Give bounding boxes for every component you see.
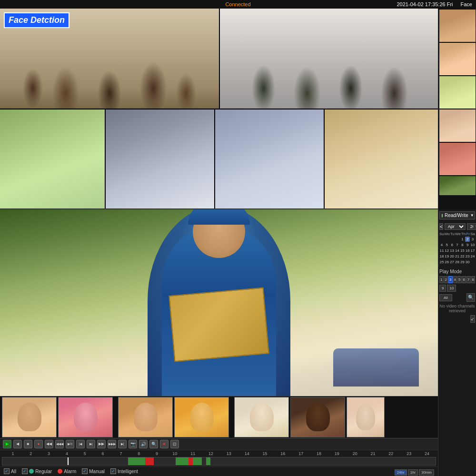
- camera-cell-1[interactable]: Face Detction: [0, 9, 219, 109]
- cal-day-9[interactable]: 9: [465, 242, 470, 248]
- zoom-30min[interactable]: 30min: [419, 469, 434, 476]
- timeline-area[interactable]: 1 2 3 4 5 6 7 8 9 10 11 12 13 14 15 16 1: [0, 450, 438, 466]
- sidebar-face-1[interactable]: [439, 10, 476, 42]
- cal-day-4[interactable]: 4: [439, 242, 444, 248]
- pm-search-btn[interactable]: 🔍: [466, 293, 475, 302]
- sidebar-face-4[interactable]: [439, 109, 476, 142]
- cal-day-8[interactable]: 8: [460, 242, 465, 248]
- cal-day-21[interactable]: 21: [455, 254, 460, 259]
- face-thumb-7[interactable]: [347, 397, 385, 437]
- cal-day-20[interactable]: 20: [450, 254, 455, 259]
- cal-day-10[interactable]: 10: [470, 242, 475, 248]
- pm-btn-4[interactable]: 4: [453, 276, 457, 283]
- cal-day-26[interactable]: 26: [445, 259, 449, 265]
- alarm-dot: [58, 469, 62, 474]
- stop-button[interactable]: ■: [24, 440, 32, 448]
- pm-btn-1[interactable]: 1: [439, 276, 444, 283]
- cal-day-14[interactable]: 14: [455, 248, 460, 253]
- pm-btn-2[interactable]: 2: [444, 276, 448, 283]
- face-thumb-5[interactable]: [234, 397, 289, 437]
- cal-day-27[interactable]: 27: [450, 259, 455, 265]
- next-frame-button[interactable]: ▶|: [118, 440, 127, 448]
- cal-day-30[interactable]: 30: [465, 259, 470, 265]
- all-checkbox[interactable]: [4, 468, 10, 474]
- cal-day-15[interactable]: 15: [460, 248, 465, 253]
- fast-rewind-button[interactable]: ◀◀◀: [55, 440, 64, 448]
- camera-cell-4[interactable]: [106, 109, 214, 208]
- cal-day-25[interactable]: 25: [439, 259, 444, 265]
- camera-cell-5[interactable]: [215, 109, 324, 208]
- fast-fwd2-button[interactable]: ▶▶▶: [108, 440, 116, 448]
- sidebar-nav-btn[interactable]: ↙: [470, 315, 475, 323]
- slow-button[interactable]: ▶½: [66, 440, 74, 448]
- cal-month-select[interactable]: AprJanFebMar MayJunJulAug SepOctNovDec: [445, 223, 466, 230]
- prev-button[interactable]: ◀: [13, 440, 22, 448]
- cal-day-7[interactable]: 7: [455, 242, 460, 248]
- cal-day-19[interactable]: 19: [445, 254, 449, 259]
- pm-btn-5[interactable]: 5: [457, 276, 462, 283]
- cal-day-17[interactable]: 17: [470, 248, 475, 253]
- intelligent-checkbox[interactable]: [110, 468, 116, 474]
- cal-day-18[interactable]: 18: [439, 254, 444, 259]
- cal-day-12[interactable]: 12: [445, 248, 449, 253]
- pm-all-btn[interactable]: All: [439, 294, 452, 301]
- main-video-display[interactable]: [0, 209, 438, 396]
- camera-cell-2[interactable]: [220, 9, 438, 109]
- legend-alarm[interactable]: Alarm: [58, 469, 76, 474]
- legend-all[interactable]: All: [4, 468, 16, 474]
- fast-fwd-button[interactable]: ▶▶: [97, 440, 106, 448]
- regular-dot: [29, 469, 34, 474]
- zoom-24hr[interactable]: 24hr: [395, 469, 407, 476]
- frame-back-button[interactable]: |◀: [76, 440, 85, 448]
- cal-day-29[interactable]: 29: [460, 259, 465, 265]
- cal-day-1[interactable]: 1: [460, 237, 465, 242]
- face-thumb-2[interactable]: [58, 397, 113, 437]
- cal-year-select[interactable]: 202120202022: [467, 223, 476, 230]
- cal-day-13[interactable]: 13: [450, 248, 455, 253]
- cal-day-6[interactable]: 6: [450, 242, 455, 248]
- cal-day-22[interactable]: 22: [460, 254, 465, 259]
- face-thumb-6[interactable]: [290, 397, 345, 437]
- regular-checkbox[interactable]: [22, 468, 28, 474]
- sidebar-face-5[interactable]: [439, 143, 476, 175]
- legend-regular[interactable]: Regular: [22, 468, 52, 474]
- face-thumb-4[interactable]: [174, 397, 229, 437]
- cal-day-2[interactable]: 2: [465, 237, 470, 242]
- pm-btn-8[interactable]: 8: [471, 276, 476, 283]
- zoom-1hr[interactable]: 1hr: [408, 469, 418, 476]
- cal-day-3[interactable]: 3: [470, 237, 475, 242]
- play-button[interactable]: ▶: [3, 440, 11, 448]
- timeline-bar[interactable]: [2, 457, 436, 466]
- camera-cell-3[interactable]: [0, 109, 105, 208]
- pm-btn-10[interactable]: 10: [447, 285, 456, 292]
- sidebar-face-2[interactable]: [439, 43, 476, 75]
- pm-btn-6[interactable]: 6: [462, 276, 466, 283]
- sidebar-face-6[interactable]: [439, 176, 476, 195]
- zoom-button[interactable]: 🔍: [149, 440, 158, 448]
- sidebar-face-3[interactable]: [439, 76, 476, 109]
- cal-day-28[interactable]: 28: [455, 259, 460, 265]
- pm-btn-9[interactable]: 9: [439, 285, 446, 292]
- record-button[interactable]: ●: [34, 440, 43, 448]
- cal-day-24[interactable]: 24: [470, 254, 475, 259]
- legend-intelligent[interactable]: Intelligent: [110, 468, 138, 474]
- face-thumb-1[interactable]: [2, 397, 57, 437]
- frame-fwd-button[interactable]: ▶|: [87, 440, 95, 448]
- cal-day-16[interactable]: 16: [465, 248, 470, 253]
- manual-checkbox[interactable]: [82, 468, 88, 474]
- cal-day-23[interactable]: 23: [465, 254, 470, 259]
- close-button[interactable]: ✕: [160, 440, 169, 448]
- cal-day-11[interactable]: 11: [439, 248, 444, 253]
- expand-button[interactable]: ⊡: [170, 440, 179, 448]
- cal-day-5[interactable]: 5: [445, 242, 449, 248]
- face-thumb-3[interactable]: [118, 397, 173, 437]
- cal-prev-btn[interactable]: <: [439, 223, 443, 230]
- rewind-button[interactable]: ◀◀: [45, 440, 53, 448]
- camera-cell-6[interactable]: [325, 109, 438, 208]
- rw-dropdown[interactable]: Read/Write ▼: [439, 211, 475, 219]
- snapshot-button[interactable]: 📷: [129, 440, 137, 448]
- pm-btn-7[interactable]: 7: [466, 276, 471, 283]
- pm-btn-3[interactable]: 3: [448, 276, 453, 283]
- legend-manual[interactable]: Manual: [82, 468, 105, 474]
- audio-button[interactable]: 🔊: [139, 440, 148, 448]
